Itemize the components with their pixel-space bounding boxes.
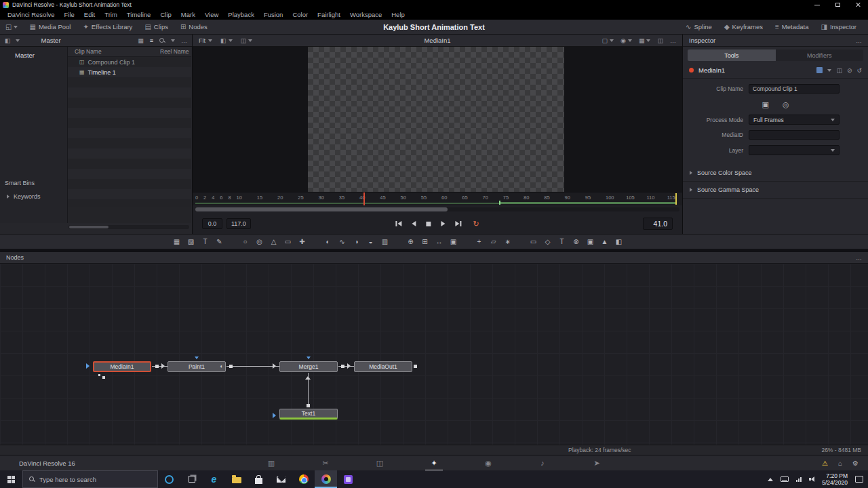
viewer-canvas[interactable] — [193, 47, 682, 192]
taskbar-clock[interactable]: 7:20 PM 5/24/2020 — [822, 472, 848, 486]
smart-bins-label[interactable]: Smart Bins — [5, 180, 35, 186]
page-fusion[interactable]: ✦ — [428, 455, 440, 471]
hidden-icons-chevron[interactable] — [768, 478, 773, 481]
menu-item[interactable]: File — [60, 11, 79, 18]
taskbar-icon-store[interactable] — [248, 470, 270, 488]
more-options-icon[interactable]: … — [181, 37, 187, 44]
scrollbar-handle[interactable] — [69, 226, 108, 228]
output-socket-icon[interactable] — [414, 365, 417, 368]
viewer-gain-gamma-dropdown[interactable]: ◉ — [620, 37, 632, 44]
close-button[interactable] — [848, 0, 868, 9]
taskbar-icon-app[interactable] — [337, 470, 359, 488]
minimize-button[interactable] — [807, 0, 827, 9]
tool-paint[interactable]: ✎ — [212, 236, 226, 247]
menu-item[interactable]: Clip — [155, 11, 176, 18]
tool-color-corrector[interactable]: ◐ — [321, 236, 335, 247]
taskbar-icon-file-explorer[interactable] — [225, 470, 248, 488]
go-to-end-button[interactable] — [455, 221, 461, 226]
tool-text-3d[interactable]: T — [555, 236, 569, 247]
pipe-node-icon[interactable] — [341, 365, 344, 368]
tool-stabilizer[interactable]: ∗ — [500, 236, 515, 247]
viewer-split-screen-dropdown[interactable]: ◫ — [241, 37, 253, 44]
action-center-icon[interactable] — [855, 476, 863, 483]
node-mediaout1[interactable]: MediaOut1 — [354, 361, 412, 372]
page-edit[interactable]: ◫ — [374, 455, 386, 471]
loop-button[interactable]: ↻ — [473, 220, 479, 228]
page-media[interactable]: ▥ — [265, 455, 277, 471]
clips-button[interactable]: ▤ Clips — [138, 20, 174, 35]
tool-shape-3d[interactable]: ◇ — [540, 236, 555, 247]
thumbnail-view-icon[interactable]: ▦ — [138, 37, 144, 44]
page-color[interactable]: ◉ — [482, 455, 494, 471]
image-tab-icon[interactable]: ▣ — [762, 100, 768, 109]
stop-button[interactable] — [426, 222, 431, 226]
taskbar-search[interactable] — [22, 470, 158, 488]
menu-item[interactable]: Help — [387, 11, 410, 18]
menu-item[interactable]: Workspace — [345, 11, 387, 18]
effects-library-button[interactable]: ✦ Effects Library — [77, 20, 138, 35]
tool-merge[interactable]: ⊕ — [403, 236, 418, 247]
range-out-field[interactable]: 117.0 — [226, 218, 251, 229]
media-pool-hscrollbar[interactable] — [68, 225, 189, 229]
chevron-down-icon[interactable] — [16, 39, 20, 42]
task-view-button[interactable] — [180, 470, 203, 488]
cortana-button[interactable] — [158, 470, 180, 488]
tool-background[interactable]: ▨ — [184, 236, 198, 247]
viewer-display-mode-dropdown[interactable]: ◧ — [220, 37, 233, 44]
tool-renderer-3d[interactable]: ◧ — [612, 236, 626, 247]
tool-merge-3d[interactable]: ⊗ — [569, 236, 583, 247]
node-mediain1[interactable]: MediaIn1 — [93, 361, 151, 372]
viewer-options-icon[interactable]: … — [670, 37, 676, 44]
menu-item[interactable]: Color — [288, 11, 313, 18]
pipe-node-icon[interactable] — [229, 365, 233, 368]
go-to-start-button[interactable] — [395, 221, 401, 226]
swatch-chevron-icon[interactable] — [827, 69, 831, 72]
node-text1[interactable]: Text1 — [279, 409, 338, 420]
timeline-ruler[interactable]: 0246810152025303540455055606570758085909… — [193, 192, 682, 205]
menu-item[interactable]: View — [200, 11, 223, 18]
bin-path-label[interactable]: Master — [41, 37, 61, 44]
nodes-options-icon[interactable]: … — [856, 254, 862, 261]
tool-ellipse-mask[interactable]: ◎ — [252, 236, 267, 247]
tool-spot-light[interactable]: ▲ — [597, 236, 612, 247]
node-paint1[interactable]: Paint1 ◐ — [167, 361, 226, 372]
tab-modifiers[interactable]: Modifiers — [776, 49, 864, 61]
taskbar-icon-mail[interactable] — [270, 470, 292, 488]
media-id-input[interactable] — [749, 130, 840, 140]
taskbar-icon-edge[interactable]: e — [203, 470, 225, 488]
process-mode-select[interactable]: Full Frames — [749, 115, 840, 125]
play-re verse-button[interactable] — [412, 221, 416, 226]
pipe-node-icon[interactable] — [155, 365, 159, 368]
connection-paint-merge[interactable] — [226, 366, 279, 367]
tool-hue-curves[interactable]: ◑ — [349, 236, 363, 247]
warning-icon[interactable]: ⚠ — [822, 460, 828, 467]
versions-icon[interactable]: ◫ — [836, 67, 842, 74]
node-graph[interactable]: MediaIn1 Paint1 ◐ Merge1 MediaOut1 Text1 — [0, 264, 868, 445]
column-reel-name[interactable]: Reel Name — [160, 48, 191, 55]
maximize-button[interactable] — [827, 0, 848, 9]
column-clip-name[interactable]: Clip Name — [68, 48, 160, 55]
clip-row-compound-clip-1[interactable]: ◫ Compound Clip 1 — [68, 57, 191, 67]
inspector-button[interactable]: ◨ Inspector — [814, 20, 863, 35]
metadata-button[interactable]: ≡ Metadata — [769, 20, 814, 35]
fit-dropdown[interactable]: Fit — [199, 37, 212, 44]
viewer-ab-compare-icon[interactable]: ◫ — [657, 37, 663, 44]
keyframes-button[interactable]: ◆ Keyframes — [718, 20, 769, 35]
tool-rectangle-mask[interactable]: ▭ — [281, 236, 295, 247]
layer-select[interactable] — [749, 145, 840, 155]
media-pool-button[interactable]: ▦ Media Pool — [23, 20, 77, 35]
page-deliver[interactable]: ➤ — [591, 455, 603, 471]
play-button[interactable] — [441, 221, 445, 226]
source-gamma-space-section[interactable]: Source Gamma Space — [683, 181, 868, 198]
search-filter-chevron-icon[interactable] — [171, 39, 175, 42]
menu-item[interactable]: Edit — [79, 11, 100, 18]
tool-bspline-mask[interactable]: ○ — [238, 236, 252, 247]
tool-change-depth[interactable]: ▥ — [378, 236, 392, 247]
network-icon[interactable] — [796, 477, 802, 482]
node-merge1[interactable]: Merge1 — [279, 361, 338, 372]
menu-item[interactable]: DaVinci Resolve — [3, 11, 60, 18]
panel-toggle-button[interactable]: ◱ — [0, 23, 23, 30]
tool-polygon-mask[interactable]: △ — [267, 236, 281, 247]
viewer-hscrollbar[interactable] — [193, 205, 682, 214]
taskbar-icon-davinci-resolve[interactable] — [315, 470, 337, 488]
